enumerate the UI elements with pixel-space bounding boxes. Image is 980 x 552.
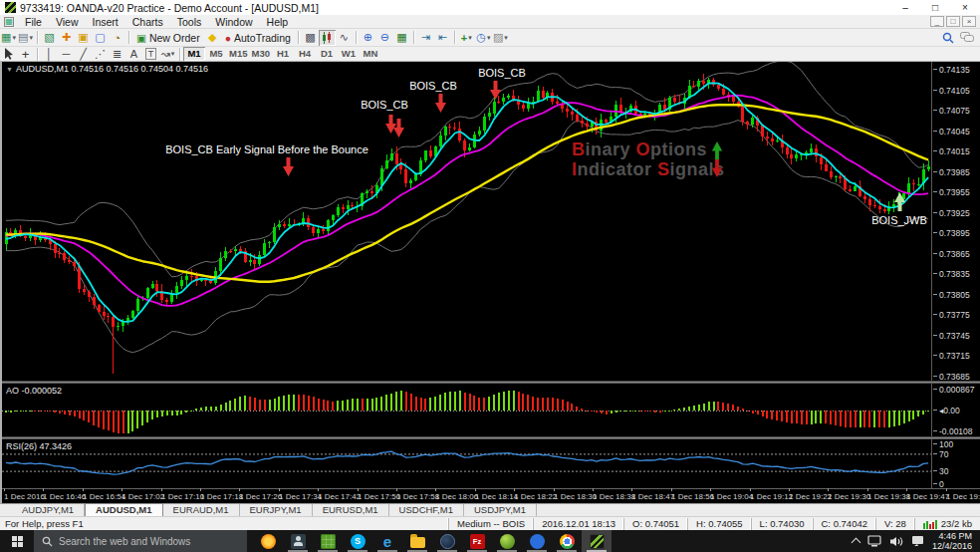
taskbar-app-contacts[interactable]: [283, 530, 313, 552]
time-axis-label: 1 Dec 19:47: [906, 492, 949, 501]
chart-menu-icon[interactable]: ▼: [6, 66, 13, 73]
taskbar-app-filezilla[interactable]: Fz: [462, 530, 492, 552]
autotrading-button[interactable]: ● AutoTrading: [221, 30, 295, 46]
chart-tab-usdchf-m1[interactable]: USDCHF,M1: [389, 504, 464, 516]
periods-button[interactable]: ◷▾: [475, 30, 492, 46]
watermark-up-arrow-icon: [710, 141, 724, 159]
chat-icon[interactable]: [960, 32, 974, 43]
mdi-close-button[interactable]: ×: [962, 16, 976, 27]
taskbar-app-sun[interactable]: [253, 530, 283, 552]
horizontal-line-button[interactable]: ─: [58, 46, 75, 62]
auto-scroll-button[interactable]: ⇥: [417, 30, 434, 46]
menu-window[interactable]: Window: [208, 16, 259, 28]
timeframe-button-h1[interactable]: H1: [272, 47, 294, 61]
start-button[interactable]: [0, 530, 34, 552]
menu-help[interactable]: Help: [260, 16, 296, 28]
menu-file[interactable]: File: [18, 16, 49, 28]
menu-bar: ▦ File View Insert Charts Tools Window H…: [0, 15, 980, 29]
taskbar-app-chrome[interactable]: [552, 530, 582, 552]
taskbar-app-green[interactable]: [492, 530, 522, 552]
expert-advisors-icon[interactable]: ◆: [204, 30, 221, 46]
trendline-button[interactable]: ╱: [75, 46, 92, 62]
ao-indicator-panel[interactable]: AO -0.000052: [2, 384, 931, 436]
taskbar-app-notes[interactable]: [313, 530, 343, 552]
indicators-button[interactable]: +▾: [458, 30, 475, 46]
tile-windows-button[interactable]: ▦: [393, 30, 410, 46]
timeframe-button-h4[interactable]: H4: [294, 47, 316, 61]
price-axis-label: 0.73715: [939, 351, 970, 361]
mdi-restore-button[interactable]: □: [946, 16, 960, 27]
status-segment: O: 0.74051: [623, 518, 687, 530]
crosshair-target-icon[interactable]: ✚: [58, 30, 75, 46]
standard-toolbar: ▦▾ ▤▾ ▧ ✚ ▣ ▢ ◔ ▣ New Order ◆ ● AutoTrad…: [0, 29, 980, 47]
signal-down-arrow-icon: [434, 94, 447, 113]
vertical-line-button[interactable]: │: [41, 46, 58, 62]
menu-charts[interactable]: Charts: [125, 16, 170, 28]
text-label-button[interactable]: T: [142, 46, 159, 62]
fibonacci-button[interactable]: ≣: [109, 46, 125, 62]
price-axis-label: 0.73865: [939, 249, 970, 259]
taskbar-app-mt4[interactable]: [582, 530, 612, 552]
text-button[interactable]: A: [125, 46, 142, 62]
main-chart-panel[interactable]: ▼ AUDUSD,M1 0.74516 0.74516 0.74504 0.74…: [2, 62, 931, 381]
taskbar-app-skype[interactable]: S: [343, 530, 372, 552]
app-icon: [5, 2, 16, 13]
menu-view[interactable]: View: [49, 16, 86, 28]
volume-icon[interactable]: [889, 536, 903, 547]
windows-taskbar: Search the web and Windows SeFz 4:46 PM …: [0, 530, 980, 552]
mdi-minimize-button[interactable]: _: [930, 16, 944, 27]
crosshair-button[interactable]: +: [17, 46, 34, 62]
time-axis-label: 1 Dec 18:47: [631, 492, 674, 501]
search-icon[interactable]: [942, 32, 954, 44]
zoom-in-button[interactable]: ⊕: [360, 30, 376, 46]
maximize-button[interactable]: □: [920, 0, 950, 15]
taskbar-app-explorer[interactable]: [402, 530, 432, 552]
profiles-button[interactable]: ▤▾: [17, 30, 34, 46]
taskbar-app-thunderbird[interactable]: [522, 530, 552, 552]
taskbar-clock[interactable]: 4:46 PM 12/4/2016: [932, 531, 972, 551]
chart-tab-audjpy-m1[interactable]: AUDJPY,M1: [12, 504, 85, 516]
timeframe-button-m5[interactable]: M5: [205, 47, 227, 61]
timeframe-button-m15[interactable]: M15: [227, 47, 249, 61]
timeframe-button-m1[interactable]: M1: [183, 47, 205, 61]
chart-shift-button[interactable]: ⇤: [434, 30, 451, 46]
timeframe-button-m30[interactable]: M30: [249, 47, 271, 61]
equidistant-channel-button[interactable]: ⋰: [92, 46, 109, 62]
tray-chevron-up-icon[interactable]: [852, 538, 861, 548]
chart-tab-eurjpy-m1[interactable]: EURJPY,M1: [240, 504, 313, 516]
taskbar-app-globe[interactable]: [432, 530, 462, 552]
rsi-indicator-panel[interactable]: RSI(26) 47.3426: [2, 439, 931, 488]
chart-tab-audusd-m1[interactable]: AUDUSD,M1: [85, 503, 162, 516]
chart-tab-eurusd-m1[interactable]: EURUSD,M1: [313, 504, 389, 516]
timeframe-button-w1[interactable]: W1: [338, 47, 360, 61]
strategy-tester-button[interactable]: ◔: [109, 30, 125, 46]
taskbar-app-edge[interactable]: e: [372, 530, 402, 552]
menu-tools[interactable]: Tools: [170, 16, 209, 28]
close-button[interactable]: ×: [950, 0, 980, 15]
minimize-button[interactable]: –: [890, 0, 920, 15]
chart-window-icon: ▦: [4, 17, 14, 27]
taskbar-search-input[interactable]: Search the web and Windows: [34, 530, 247, 552]
candlestick-chart-button[interactable]: [319, 30, 336, 46]
terminal-window-button[interactable]: ▢: [92, 30, 109, 46]
action-center-icon[interactable]: [911, 535, 924, 547]
network-pc-icon[interactable]: [867, 535, 881, 547]
templates-button[interactable]: ▨▾: [492, 30, 509, 46]
cursor-button[interactable]: [0, 46, 17, 62]
bar-chart-button[interactable]: ▩: [302, 30, 319, 46]
navigator-folder-button[interactable]: ▣: [75, 30, 92, 46]
arrows-button[interactable]: ↝▾: [159, 46, 176, 62]
timeframe-button-mn[interactable]: MN: [360, 47, 381, 61]
market-watch-button[interactable]: ▧: [41, 30, 58, 46]
menu-insert[interactable]: Insert: [86, 16, 125, 28]
zoom-out-button[interactable]: ⊖: [376, 30, 393, 46]
timeframe-button-d1[interactable]: D1: [316, 47, 338, 61]
candlestick-icon: [321, 32, 333, 44]
rsi-axis: 10070300: [931, 439, 980, 488]
line-chart-button[interactable]: ∿: [336, 30, 353, 46]
chart-tab-usdjpy-m1[interactable]: USDJPY,M1: [464, 504, 537, 516]
rsi-axis-label: 70: [939, 449, 948, 459]
new-order-button[interactable]: ▣ New Order: [132, 30, 204, 46]
new-chart-button[interactable]: ▦▾: [0, 30, 17, 46]
chart-tab-euraud-m1[interactable]: EURAUD,M1: [163, 504, 240, 516]
